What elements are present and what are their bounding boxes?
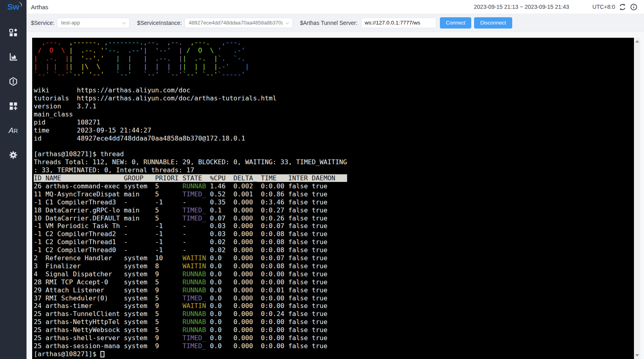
thread-table-row: 37 RMI Scheduler(0) system 5 TIMED_ 0.0 … [34,294,634,302]
terminal-info-line: time 2023-09-15 21:44:27 [34,126,634,135]
sidebar-item-widgets[interactable] [8,101,18,111]
thread-table-header: ID NAME GROUP PRIORI STATE %CPU DELTA_ T… [34,174,634,182]
thread-table-row: 25 arthas-session-mana system 9 TIMED_ 0… [34,342,634,350]
instance-select-value: 48927ece4dd748ddaa70aa4858a8b370@172.18.… [189,20,283,26]
instance-label: $ServiceInstance: [137,20,182,26]
thread-table-row: -1 C1 CompilerThread3 - -1 - 0.35 0.000 … [34,198,634,206]
gear-icon [8,150,18,160]
thread-table-row: -1 VM Periodic Task Th - -1 - 0.03 0.000… [34,222,634,230]
terminal-scrollbar[interactable] [634,38,640,359]
terminal-cursor [100,351,104,357]
chevron-down-icon [285,21,290,26]
chevron-down-icon [122,21,127,26]
ascii-banner-line: `--' `--'`--' '--' `--' `--' `--'`--' `-… [34,71,634,79]
grid-diamond-icon [8,28,18,37]
ascii-banner-line: ,---. ,------. ,--------.,--. ,--. ,---.… [34,39,634,47]
terminal-prompt-line: [arthas@108271]$ thread [34,150,634,158]
connect-button[interactable]: Connect [440,17,471,29]
thread-table-row: 25 arthas-TunnelClient system 5 RUNNAB 0… [34,310,634,318]
sidebar-item-alerting[interactable] [8,77,18,86]
terminal-line [34,143,634,151]
ascii-banner-line: / O \ | .--. ''--. .--'| '--' | / O \ ' … [34,47,634,55]
thread-table-row: 28 RMI TCP Accept-0 system 5 RUNNAB 0.0 … [34,278,634,286]
sidebar-item-arthas[interactable]: AR [8,126,18,135]
terminal-info-line: tutorials https://arthas.aliyun.com/doc/… [34,94,634,102]
terminal-info-line: id 48927ece4dd748ddaa70aa4858a8b370@172.… [34,135,634,143]
sidebar-item-settings[interactable] [8,150,18,160]
bar-chart-icon [8,52,18,62]
sidebar-item-dashboards[interactable] [8,52,18,62]
grid-plus-icon [8,101,18,111]
topbar: Arthas 2023-09-15 21:13 ~ 2023-09-15 21:… [27,0,644,14]
timezone-label: UTC+8:0 [593,4,615,10]
thread-table-row: 25 arthas-shell-server system 9 TIMED_ 0… [34,334,634,342]
hexagon-alert-icon [8,77,18,86]
thread-table-row: 29 Attach Listener system 9 RUNNAB 0.0 0… [34,286,634,294]
toolbar: $Service: test-app $ServiceInstance: 489… [27,14,644,32]
ar-text-icon: AR [9,126,18,135]
thread-table-row: 25 arthas-NettyHttpTel system 5 RUNNAB 0… [34,318,634,326]
terminal-prompt-line: [arthas@108271]$ [34,350,634,358]
thread-table-row: 26 arthas-command-exec system 5 RUNNAB 1… [34,182,634,190]
thread-table-row: 18 DataCarrier.gRPC-lo main 5 TIMED_ 0.1… [34,206,634,214]
refresh-icon [619,3,626,11]
sidebar-item-marketplace[interactable] [8,28,18,37]
terminal-output[interactable]: ,---. ,------. ,--------.,--. ,--. ,---.… [32,38,634,359]
thread-table-row: 11 MQ-AsyncTraceDispat main 5 TIMED_ 0.5… [34,190,634,198]
terminal-info-line: pid 108271 [34,118,634,126]
thread-table-row: 4 Signal Dispatcher system 9 RUNNAB 0.0 … [34,270,634,278]
refresh-button[interactable] [619,3,626,11]
topbar-right: 2023-09-15 21:13 ~ 2023-09-15 21:43 UTC+… [474,3,641,11]
main-area: Arthas 2023-09-15 21:13 ~ 2023-09-15 21:… [27,0,644,359]
thread-table-row: 24 arthas-timer system 9 WAITIN 0.0 0.00… [34,302,634,310]
ascii-banner-line: | | | || |\ \ | | | | | || | | |.-' | [34,63,634,71]
ascii-banner-line: | .-. || '--'.' | | | .--. || .-. |`. `-… [34,55,634,63]
service-select-value: test-app [61,20,80,26]
terminal-info-line: main_class [34,110,634,118]
sidebar-nav: AR [8,28,18,175]
thread-table-row: 25 arthas-NettyWebsock system 5 RUNNAB 0… [34,326,634,334]
tunnel-server-label: $Arthas Tunnel Server: [300,20,358,26]
sidebar: Sw [0,0,27,359]
thread-table-row: 3 Finalizer system 8 WAITIN 0.0 0.000 0:… [34,262,634,270]
info-icon [630,3,638,11]
thread-table-row: 10 DataCarrier.DEFAULT main 5 TIMED_ 0.0… [34,214,634,222]
thread-table-row: -1 C2 CompilerThread2 - -1 - 0.03 0.000 … [34,230,634,238]
disconnect-button[interactable]: Disconnect [474,17,512,29]
logo-swoosh-icon [17,2,22,8]
thread-table-row: -1 C2 CompilerThread0 - -1 - 0.02 0.000 … [34,246,634,254]
skywalking-logo[interactable]: Sw [3,2,23,14]
scroll-down-icon[interactable] [635,354,639,357]
instance-select[interactable]: 48927ece4dd748ddaa70aa4858a8b370@172.18.… [184,18,293,28]
time-range[interactable]: 2023-09-15 21:13 ~ 2023-09-15 21:43 [474,4,569,10]
scroll-up-icon[interactable] [635,40,639,43]
info-button[interactable] [630,3,638,11]
thread-table-row: -1 C2 CompilerThread1 - -1 - 0.02 0.000 … [34,238,634,246]
service-label: $Service: [31,20,54,26]
terminal-info-line: wiki https://arthas.aliyun.com/doc [34,86,634,94]
thread-table-row: 2 Reference Handler system 10 WAITIN 0.0… [34,254,634,262]
thread-summary-line: : 33, TERMINATED: 0, Internal threads: 1… [34,166,634,174]
page-title: Arthas [31,4,48,10]
service-select[interactable]: test-app [57,18,130,28]
thread-summary-line: Threads Total: 112, NEW: 0, RUNNABLE: 29… [34,158,634,166]
terminal-info-line: version 3.7.1 [34,102,634,110]
tunnel-server-input[interactable] [361,18,436,28]
terminal-line [34,78,634,86]
